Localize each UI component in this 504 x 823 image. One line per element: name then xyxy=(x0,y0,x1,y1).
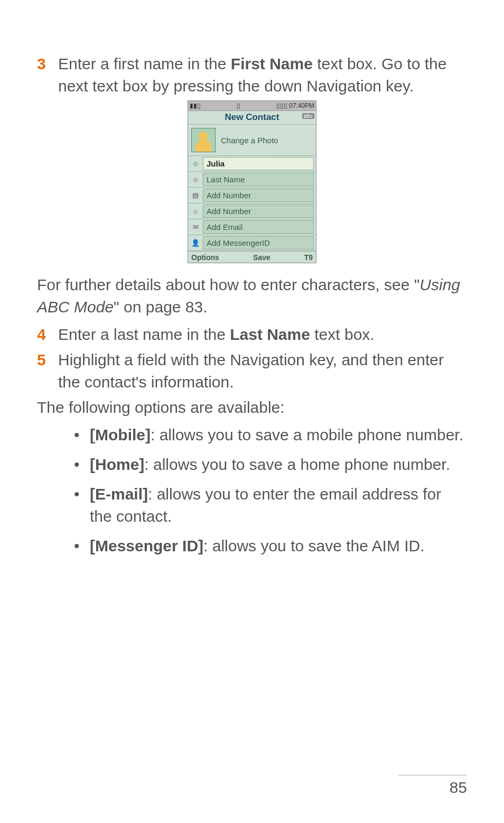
status-mid-icon: ▯ xyxy=(237,102,240,109)
bullet-dot: • xyxy=(74,483,90,528)
home-row: ⌂ Add Number xyxy=(188,204,316,219)
bullet-messenger: • [Messenger ID]: allows you to save the… xyxy=(74,535,467,557)
bullet-home-body: [Home]: allows you to save a home phone … xyxy=(90,454,467,476)
softkey-bar: Options Save T9 xyxy=(188,251,316,263)
signal-icon: ▮▮▯ xyxy=(190,102,201,109)
last-name-row: ☺ Last Name xyxy=(188,172,316,188)
step-4: 4 Enter a last name in the Last Name tex… xyxy=(37,323,467,346)
input-mode-badge: abc xyxy=(302,113,314,119)
step-3-part1: Enter a first name in the xyxy=(58,55,231,72)
email-row: ✉ Add Email xyxy=(188,219,316,235)
first-name-row: ☺ Julia xyxy=(188,156,316,172)
messenger-input[interactable]: Add MessengerID xyxy=(203,236,314,249)
photo-row: Change a Photo xyxy=(188,125,316,156)
first-name-input[interactable]: Julia xyxy=(203,157,314,170)
bullet-home-label: [Home] xyxy=(90,456,144,473)
messenger-row: 👤 Add MessengerID xyxy=(188,235,316,251)
last-name-input[interactable]: Last Name xyxy=(203,173,314,186)
email-input[interactable]: Add Email xyxy=(203,220,314,234)
bullet-dot: • xyxy=(74,535,90,557)
footer-rule xyxy=(398,775,467,775)
step-3-bold: First Name xyxy=(231,55,313,72)
bullet-email: • [E-mail]: allows you to enter the emai… xyxy=(74,483,467,528)
step-4-number: 4 xyxy=(37,323,58,346)
home-icon: ⌂ xyxy=(190,207,201,215)
step-5-number: 5 xyxy=(37,349,58,371)
page-footer: 85 xyxy=(398,775,467,797)
mobile-input[interactable]: Add Number xyxy=(203,189,314,202)
details-p1: For further details about how to enter c… xyxy=(37,276,419,293)
mobile-row: ▤ Add Number xyxy=(188,188,316,204)
bullet-messenger-text: : allows you to save the AIM ID. xyxy=(203,537,425,554)
step-3-number: 3 xyxy=(37,53,58,75)
bullet-list: • [Mobile]: allows you to save a mobile … xyxy=(74,424,467,557)
email-icon: ✉ xyxy=(190,223,201,231)
battery-time: ▯▯▯ 07:40PM xyxy=(276,102,314,109)
step-4-part2: text box. xyxy=(310,326,375,343)
step-3-text: Enter a first name in the First Name tex… xyxy=(58,53,467,97)
change-photo-label: Change a Photo xyxy=(221,136,278,145)
step-4-text: Enter a last name in the Last Name text … xyxy=(58,323,467,346)
bullet-messenger-body: [Messenger ID]: allows you to save the A… xyxy=(90,535,467,557)
bullet-home-text: : allows you to save a home phone number… xyxy=(144,456,450,473)
messenger-icon: 👤 xyxy=(190,239,201,247)
bullet-messenger-label: [Messenger ID] xyxy=(90,537,203,554)
step-5: 5 Highlight a field with the Navigation … xyxy=(37,349,467,393)
step-4-bold: Last Name xyxy=(230,326,310,343)
softkey-left[interactable]: Options xyxy=(191,253,219,262)
first-name-icon: ☺ xyxy=(190,160,201,168)
details-paragraph: For further details about how to enter c… xyxy=(37,274,467,318)
mobile-icon: ▤ xyxy=(190,191,201,199)
step-5-text: Highlight a field with the Navigation ke… xyxy=(58,349,467,393)
bullet-dot: • xyxy=(74,424,90,446)
avatar-placeholder xyxy=(191,128,216,152)
bullet-home: • [Home]: allows you to save a home phon… xyxy=(74,454,467,476)
options-intro: The following options are available: xyxy=(37,396,467,419)
phone-status-bar: ▮▮▯ ▯ ▯▯▯ 07:40PM xyxy=(188,101,316,111)
bullet-mobile-text: : allows you to save a mobile phone numb… xyxy=(151,426,463,443)
bullet-mobile: • [Mobile]: allows you to save a mobile … xyxy=(74,424,467,446)
phone-title-bar: New Contact abc xyxy=(188,111,316,125)
step-3: 3 Enter a first name in the First Name t… xyxy=(37,53,467,97)
page-number: 85 xyxy=(398,779,467,797)
phone-screenshot-container: ▮▮▯ ▯ ▯▯▯ 07:40PM New Contact abc Change… xyxy=(37,100,467,263)
last-name-icon: ☺ xyxy=(190,175,201,183)
bullet-mobile-body: [Mobile]: allows you to save a mobile ph… xyxy=(90,424,467,446)
page: 3 Enter a first name in the First Name t… xyxy=(0,0,504,823)
bullet-dot: • xyxy=(74,454,90,476)
softkey-right[interactable]: T9 xyxy=(304,253,313,262)
phone-screenshot: ▮▮▯ ▯ ▯▯▯ 07:40PM New Contact abc Change… xyxy=(188,100,316,263)
bullet-email-label: [E-mail] xyxy=(90,485,148,503)
details-p2: " on page 83. xyxy=(114,298,207,316)
bullet-email-body: [E-mail]: allows you to enter the email … xyxy=(90,483,467,528)
phone-title: New Contact xyxy=(225,112,279,122)
step-4-part1: Enter a last name in the xyxy=(58,326,230,343)
home-input[interactable]: Add Number xyxy=(203,205,314,218)
bullet-mobile-label: [Mobile] xyxy=(90,426,151,443)
softkey-center[interactable]: Save xyxy=(253,253,270,262)
